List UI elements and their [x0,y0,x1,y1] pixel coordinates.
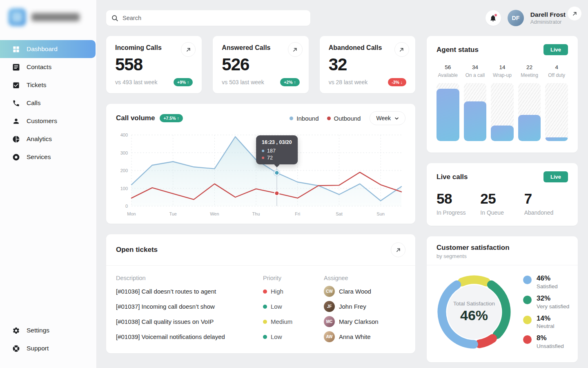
arrow-up-right-icon [572,11,577,16]
legend-label: Outbound [334,115,361,122]
user-avatar[interactable]: DF [508,10,524,26]
sidebar-item-support[interactable]: Support [0,339,96,357]
customer-satisfaction-card: Customer satisfaction by segments Total … [427,236,578,362]
person-icon [12,117,20,125]
topbar: DF Darell Frost Administrator [106,0,578,36]
tooltip-inbound-dot [262,150,264,152]
nav-item-label: Dashboard [27,45,58,53]
ticket-description: [#01036] Call doesn’t routes to agent [116,284,263,299]
satisfaction-legend-item-very-satisfied: 32%Very satisfied [523,295,570,310]
satisfaction-donut-chart: Total Satisfaction 46% [434,272,514,352]
brand-logo [0,7,96,28]
agent-bar-fill [545,137,568,141]
agent-status-available: 56Available [437,64,459,141]
sidebar-item-calls[interactable]: Calls [0,94,96,112]
agent-label: Meeting [518,72,541,78]
nav-item-label: Settings [27,327,49,334]
lifebuoy-icon [12,345,20,352]
agent-status-header: Agent status Live [437,44,568,55]
nav-item-label: Customers [27,117,57,125]
agent-bar-fill [464,101,487,141]
sidebar-item-dashboard[interactable]: Dashboard [0,40,96,58]
svg-text:Tue: Tue [169,211,177,216]
tooltip-outbound-dot [262,157,264,159]
brand-logo-icon [8,8,26,26]
ticket-assignee: AWAnna White [324,331,405,342]
agent-count: 22 [518,64,541,70]
sidebar-item-contacts[interactable]: Contacts [0,58,96,76]
customer-satisfaction-title: Customer satisfaction [437,244,510,252]
kpi-compare: vs 28 last week [329,79,368,85]
nav-item-label: Contacts [27,63,51,71]
sidebar-item-analytics[interactable]: Analytics [0,130,96,148]
kpi-value: 32 [329,55,406,74]
sidebar-item-services[interactable]: Services [0,148,96,166]
kpi-expand-button[interactable] [288,42,303,57]
agent-status-on-a-call: 34On a call [464,64,487,141]
priority-dot [263,289,267,294]
agent-bar-track [464,83,487,141]
circle-dot-icon [12,153,20,161]
legend-label: Inbound [296,115,318,122]
satisfaction-legend-item-satisfied: 46%Satisfied [523,275,570,289]
agent-bar-fill [518,115,541,141]
svg-text:Mon: Mon [127,211,136,216]
agent-count: 14 [491,64,514,70]
search-icon [111,15,118,22]
agent-status-title: Agent status [437,46,479,54]
user-name: Darell Frost [530,11,566,18]
legend-label: Neutral [537,323,555,329]
sidebar-item-customers[interactable]: Customers [0,112,96,130]
svg-text:Sun: Sun [376,211,385,216]
live-stat-value: 58 [437,191,480,207]
range-selector[interactable]: Week [370,111,405,125]
kpi-compare: vs 503 last week [222,79,264,85]
legend-label: Satisfied [537,283,558,289]
assignee-name: Anna White [339,333,371,340]
search-input[interactable] [122,15,305,21]
ticket-priority: Medium [263,318,324,325]
open-tickets-card: Open tickets DescriptionPriorityAssignee… [106,234,415,353]
assignee-avatar: MC [324,316,335,327]
kpi-compare: vs 493 last week [115,79,158,85]
arrow-up-right-icon [186,47,191,52]
svg-text:400: 400 [120,132,128,137]
sidebar-footer-nav: SettingsSupport [0,321,96,357]
customer-satisfaction-expand-button[interactable] [567,6,582,21]
svg-text:200: 200 [120,168,128,173]
search-bar[interactable] [106,10,310,26]
assignee-avatar: AW [324,331,335,342]
ticket-priority: Low [263,333,324,340]
nav-item-label: Calls [27,99,40,107]
open-tickets-title: Open tickets [116,246,158,254]
legend-dot [523,316,532,324]
kpi-expand-button[interactable] [181,42,196,57]
call-volume-chart: 0100200300400MonTueWenThuFriSatSun 16:23… [116,130,405,221]
live-calls-header: Live calls Live [437,171,568,182]
agent-count: 4 [545,64,568,70]
call-volume-header: Call volume +7.5% ↑ InboundOutbound Week [116,111,405,125]
live-calls-title: Live calls [437,173,468,181]
nav-item-label: Tickets [27,81,47,89]
priority-dot [263,320,267,324]
notification-dot [494,13,497,17]
legend-percent: 46% [537,275,558,283]
ticket-assignee: MCMary Clarkson [324,316,405,327]
notifications-button[interactable] [486,10,501,26]
customer-satisfaction-body: Total Satisfaction 46% 46%Satisfied32%Ve… [427,265,578,352]
sidebar: DashboardContactsTicketsCallsCustomersAn… [0,0,97,368]
nav-item-label: Services [27,153,51,161]
sidebar-item-tickets[interactable]: Tickets [0,76,96,94]
live-stat-abandoned: 7Abandoned [524,191,568,216]
assignee-name: Clara Wood [339,288,371,295]
legend-item-inbound: Inbound [290,115,318,122]
sidebar-nav: DashboardContactsTicketsCallsCustomersAn… [0,40,96,166]
nav-item-label: Analytics [27,135,52,143]
kpi-expand-button[interactable] [394,42,409,57]
agent-label: On a call [464,72,487,78]
sidebar-item-settings[interactable]: Settings [0,321,96,339]
ticket-description: [#01037] Incoming call doesn’t show [116,299,263,314]
priority-dot [263,305,267,309]
open-tickets-expand-button[interactable] [391,242,405,257]
legend-percent: 8% [537,334,564,342]
